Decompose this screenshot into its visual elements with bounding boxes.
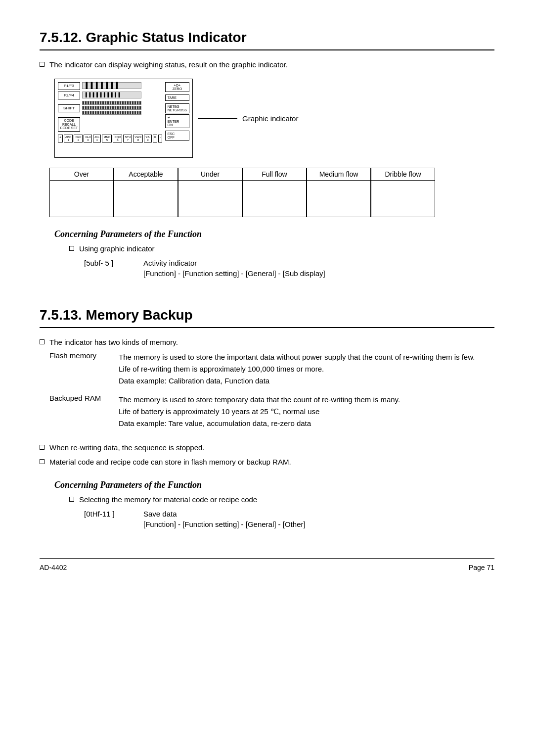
section-712-title: 7.5.12. Graphic Status Indicator (40, 30, 494, 50)
mno-key: MNO5 (102, 135, 112, 142)
right-buttons: +O+ZERO TARE NETBGNETGROSS ↵ENTERON ESCO… (165, 82, 189, 141)
backuped-ram-entry: Backuped RAM The memory is used to store… (49, 394, 475, 429)
param-desc-712: Activity indicator (143, 259, 197, 267)
flow-cell-dribble-header: Dribble flow (371, 168, 435, 181)
page-number: Page 71 (469, 564, 494, 571)
function-path-713: [Function] - [Function setting] - [Gener… (84, 520, 494, 528)
bullet-icon-2 (69, 246, 74, 251)
device-illustration: F1/F3 ▐▐▐▐▐▐▐ F2/F4 ▐▐▐▐▐▐▐▐▐▐ SHIFT (54, 79, 193, 158)
intro-bullet-712: The indicator can display weighing statu… (40, 60, 494, 69)
graphic-indicator-callout: Graphic indicator (198, 114, 298, 123)
bullet-icon-6 (69, 497, 74, 502)
minus-key: - (158, 135, 162, 142)
indicator-diagram: F1/F3 ▐▐▐▐▐▐▐ F2/F4 ▐▐▐▐▐▐▐▐▐▐ SHIFT (54, 79, 494, 158)
bullet-material-code: Material code and recipe code can store … (40, 458, 494, 466)
plus-key: + (58, 135, 63, 142)
shift-label: SHIFT (58, 104, 80, 112)
function-path-712: [Function] - [Function setting] - [Gener… (84, 269, 494, 278)
netbg-btn: NETBGNETGROSS (165, 103, 189, 113)
code-recall-label: CODE RECALLCODE SET (58, 117, 80, 132)
flow-cell-acceptable: Acceptable (114, 168, 178, 217)
flow-cell-acceptable-header: Acceptable (114, 168, 178, 181)
bullet-rewriting: When re-writing data, the sequence is st… (40, 443, 494, 452)
f1f3-label: F1/F3 (58, 82, 80, 90)
bullet-icon (40, 62, 44, 67)
jkl-key: JKL4 (93, 135, 101, 142)
vwx-key: VWX8 (133, 135, 143, 142)
graphic-indicator-label: Graphic indicator (242, 114, 298, 123)
intro-bullet-713: The indicator has two kinds of memory. F… (40, 338, 494, 436)
main-display: ▐▐▐▐▐▐▐ (82, 82, 141, 90)
flow-cell-over: Over (49, 168, 114, 217)
abc-key: ABC1 (64, 135, 73, 142)
flow-cell-full: Full flow (242, 168, 307, 217)
flow-cell-medium: Medium flow (307, 168, 371, 217)
callout-line (198, 118, 237, 119)
flow-table: Over Acceptable Under Full flow Medium f… (49, 168, 494, 217)
param-code-713: [0tHf-11 ] (84, 510, 143, 518)
flow-cell-under: Under (178, 168, 242, 217)
flow-cell-under-header: Under (178, 168, 242, 181)
zero-key: 0 (153, 135, 157, 142)
bullet-icon-3 (40, 339, 44, 344)
flash-memory-label: Flash memory (49, 351, 119, 387)
flash-memory-entry: Flash memory The memory is used to store… (49, 351, 475, 387)
sub-display: ▐▐▐▐▐▐▐▐▐▐ (82, 92, 141, 99)
flow-cell-full-header: Full flow (243, 168, 306, 181)
bullet-using-graphic: Using graphic indicator (69, 244, 494, 253)
sub-section-713: Concerning Parameters of the Function (54, 480, 494, 490)
model-number: AD-4402 (40, 564, 67, 571)
yz-key: YZ-9 (144, 135, 152, 142)
flow-cell-medium-header: Medium flow (307, 168, 370, 181)
flow-cell-over-header: Over (50, 168, 113, 181)
zero-btn: +O+ZERO (165, 82, 189, 92)
backuped-ram-label: Backuped RAM (49, 394, 119, 429)
bullet-icon-4 (40, 445, 44, 450)
def-key: DEF2 (74, 135, 83, 142)
bullet-selecting-memory: Selecting the memory for material code o… (69, 495, 494, 504)
pqr-key: PQR6 (113, 135, 122, 142)
f2f4-label: F2/F4 (58, 92, 80, 99)
page-footer: AD-4402 Page 71 (40, 558, 494, 571)
param-desc-713: Save data (143, 510, 177, 518)
esc-btn: ESCOFF (165, 131, 189, 141)
stu-key: STU7 (123, 135, 132, 142)
sub-section-712: Concerning Parameters of the Function (54, 229, 494, 239)
section-713-title: 7.5.13. Memory Backup (40, 307, 494, 328)
param-row-713: [0tHf-11 ] Save data (84, 510, 494, 518)
bullet-icon-5 (40, 459, 44, 464)
ghi-key: GHI3 (84, 135, 92, 142)
param-row-712: [5ubf- 5 ] Activity indicator (84, 259, 494, 267)
flash-memory-desc: The memory is used to store the importan… (119, 351, 475, 387)
bar-display (82, 101, 141, 116)
enter-btn: ↵ENTERON (165, 114, 189, 128)
flow-cell-dribble: Dribble flow (371, 168, 435, 217)
tare-btn: TARE (165, 94, 189, 101)
param-code-712: [5ubf- 5 ] (84, 259, 143, 267)
backuped-ram-desc: The memory is used to store temporary da… (119, 394, 400, 429)
